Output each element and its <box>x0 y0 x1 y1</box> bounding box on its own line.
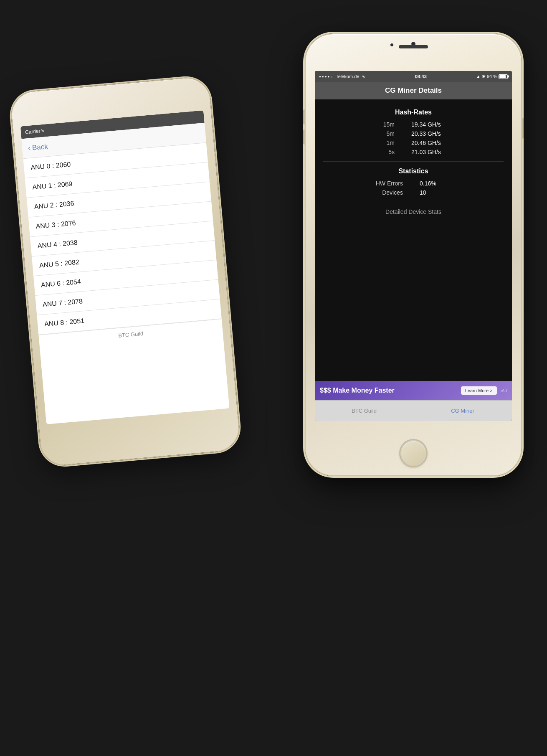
back-list: ANU 0 : 2060 ANU 1 : 2069 ANU 2 : 2036 A… <box>23 143 222 335</box>
front-speaker <box>399 45 428 48</box>
carrier-label: Telekom.de <box>336 74 359 79</box>
list-item-text: ANU 0 : 2060 <box>30 160 71 171</box>
front-phone: ●●●●○ Telekom.de ∿ 08:43 ▲ ✱ 94 % <box>305 33 522 476</box>
hash-rate-row-3: 5s 21.03 GH/s <box>323 149 504 155</box>
nav-bar: CG Miner Details <box>315 82 512 99</box>
list-item-text: ANU 8 : 2051 <box>44 317 84 327</box>
hash-rate-row-2: 1m 20.46 GH/s <box>323 140 504 146</box>
front-screen: ●●●●○ Telekom.de ∿ 08:43 ▲ ✱ 94 % <box>315 71 512 421</box>
list-item-text: ANU 7 : 2078 <box>42 297 83 308</box>
tab-cg-miner-label: CG Miner <box>451 408 474 414</box>
tab-bar: BTC Guild CG Miner <box>315 400 512 421</box>
hash-rate-value-0: 19.34 GH/s <box>411 121 449 128</box>
back-phone-shell: Carrier ∿ ‹ Back ANU 0 : 2060 ANU 1 : 20… <box>9 76 242 467</box>
front-camera-dot <box>390 43 393 46</box>
list-item-text: ANU 3 : 2076 <box>35 219 76 230</box>
detailed-device-stats[interactable]: Detailed Device Stats <box>323 204 504 219</box>
back-carrier-label: Carrier <box>25 128 41 135</box>
hash-rate-value-3: 21.03 GH/s <box>411 149 449 155</box>
list-item-text: ANU 1 : 2069 <box>32 180 73 190</box>
back-button-label: Back <box>32 142 48 152</box>
stat-value-0: 0.16% <box>420 180 457 187</box>
status-bar-right: ▲ ✱ 94 % <box>476 74 508 79</box>
status-bar: ●●●●○ Telekom.de ∿ 08:43 ▲ ✱ 94 % <box>315 71 512 82</box>
stat-value-1: 10 <box>420 189 457 196</box>
back-footer-label: BTC Guild <box>118 330 144 339</box>
power-button[interactable] <box>522 118 524 139</box>
ad-banner[interactable]: $$$ Make Money Faster Learn More > iAd <box>315 381 512 400</box>
tab-btc-guild[interactable]: BTC Guild <box>315 404 413 417</box>
ad-text: $$$ Make Money Faster <box>320 387 457 394</box>
scene: Carrier ∿ ‹ Back ANU 0 : 2060 ANU 1 : 20… <box>0 0 547 756</box>
stat-row-0: HW Errors 0.16% <box>323 180 504 187</box>
ad-label: iAd <box>501 388 507 393</box>
tab-btc-guild-label: BTC Guild <box>352 408 377 414</box>
hash-rates-section: Hash-Rates 15m 19.34 GH/s 5m 20.33 GH/s … <box>323 109 504 155</box>
hash-rate-row-0: 15m 19.34 GH/s <box>323 121 504 128</box>
hash-rate-row-1: 5m 20.33 GH/s <box>323 130 504 137</box>
back-screen: Carrier ∿ ‹ Back ANU 0 : 2060 ANU 1 : 20… <box>20 110 230 424</box>
status-bar-time: 08:43 <box>415 74 427 79</box>
ad-button[interactable]: Learn More > <box>461 386 497 395</box>
volume-down-button[interactable] <box>303 129 305 145</box>
list-item-text: ANU 2 : 2036 <box>34 200 74 210</box>
status-bar-left: ●●●●○ Telekom.de ∿ <box>319 74 365 79</box>
statistics-section: Statistics HW Errors 0.16% Devices 10 <box>323 167 504 196</box>
front-phone-shell: ●●●●○ Telekom.de ∿ 08:43 ▲ ✱ 94 % <box>305 33 522 476</box>
stat-label-1: Devices <box>370 189 403 196</box>
list-item-text: ANU 5 : 2082 <box>39 259 79 269</box>
stat-label-0: HW Errors <box>370 180 403 187</box>
tab-cg-miner[interactable]: CG Miner <box>413 404 512 417</box>
divider-1 <box>323 161 504 162</box>
signal-dots: ●●●●○ <box>319 75 333 79</box>
back-phone: Carrier ∿ ‹ Back ANU 0 : 2060 ANU 1 : 20… <box>9 76 242 467</box>
list-item-text: ANU 6 : 2054 <box>41 278 81 288</box>
hash-rate-label-1: 5m <box>378 130 395 137</box>
battery-percent: 94 % <box>487 74 497 79</box>
bt-icon: ✱ <box>482 74 486 79</box>
back-wifi-icon: ∿ <box>40 128 45 134</box>
stat-row-1: Devices 10 <box>323 189 504 196</box>
hash-rate-label-2: 1m <box>378 140 395 146</box>
home-button[interactable] <box>400 440 426 466</box>
nav-title: CG Miner Details <box>385 86 442 95</box>
back-chevron-icon: ‹ <box>28 144 31 152</box>
battery-fill <box>499 75 506 78</box>
battery-icon <box>499 74 508 79</box>
volume-up-button[interactable] <box>303 109 305 124</box>
wifi-icon: ∿ <box>362 74 365 79</box>
statistics-title: Statistics <box>323 167 504 175</box>
gps-icon: ▲ <box>476 74 481 79</box>
hash-rate-label-3: 5s <box>378 149 395 155</box>
hash-rate-value-1: 20.33 GH/s <box>411 130 449 137</box>
list-item-text: ANU 4 : 2038 <box>37 239 78 249</box>
hash-rate-value-2: 20.46 GH/s <box>411 140 449 146</box>
back-button[interactable]: ‹ Back <box>28 142 48 152</box>
hash-rate-label-0: 15m <box>378 121 395 128</box>
main-content: Hash-Rates 15m 19.34 GH/s 5m 20.33 GH/s … <box>315 99 512 381</box>
hash-rates-title: Hash-Rates <box>323 109 504 116</box>
